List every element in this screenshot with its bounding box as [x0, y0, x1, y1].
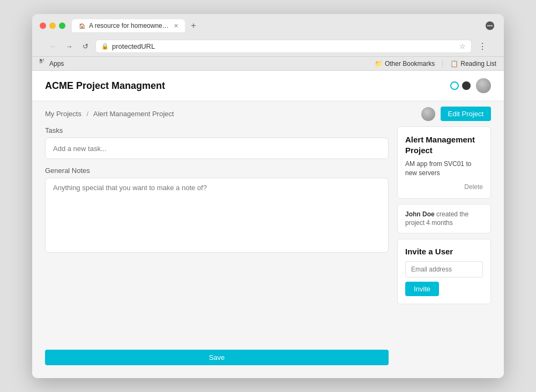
svg-rect-5 [40, 59, 41, 60]
tab-title: A resource for homeowners th... [89, 22, 169, 29]
svg-point-2 [489, 25, 490, 26]
notes-textarea-container [45, 178, 389, 344]
traffic-lights [40, 22, 65, 29]
back-button[interactable]: ← [47, 41, 59, 52]
user-avatar-breadcrumb[interactable] [421, 107, 435, 121]
invite-card: Invite a User Invite [397, 239, 491, 304]
breadcrumb-current: Alert Management Project [93, 110, 174, 118]
light-mode-icon [450, 81, 459, 90]
circle-more-icon [485, 21, 495, 31]
reading-list-icon: 📋 [450, 60, 458, 67]
svg-rect-11 [40, 62, 41, 63]
page-content: ACME Project Managment My Projects / Ale… [32, 71, 504, 378]
folder-icon: 📁 [375, 60, 383, 67]
app-header: ACME Project Managment [32, 71, 504, 101]
reload-button[interactable]: ↺ [79, 41, 91, 52]
email-input[interactable] [405, 261, 483, 277]
notes-section: General Notes Save [45, 167, 389, 365]
bookmarks-right: 📁 Other Bookmarks 📋 Reading List [375, 60, 496, 67]
tab-actions [483, 19, 496, 32]
notes-label: General Notes [45, 167, 389, 175]
right-panel: Alert Management Project AM app from SVC… [397, 126, 491, 365]
project-card-title: Alert Management Project [405, 134, 483, 155]
breadcrumb-actions: Edit Project [421, 107, 491, 121]
breadcrumb-bar: My Projects / Alert Management Project E… [32, 101, 504, 126]
close-window-button[interactable] [40, 22, 46, 29]
reading-list-item[interactable]: 📋 Reading List [450, 60, 496, 67]
delete-project-link[interactable]: Delete [405, 183, 483, 191]
url-bar[interactable]: 🔒 protectedURL ☆ [95, 40, 472, 53]
other-bookmarks-label: Other Bookmarks [385, 60, 435, 67]
svg-point-3 [491, 25, 492, 26]
forward-button[interactable]: → [63, 41, 75, 52]
browser-more-button[interactable] [483, 19, 496, 32]
tab-bar: 🏠 A resource for homeowners th... ✕ + [72, 19, 483, 32]
invite-button[interactable]: Invite [405, 282, 439, 296]
reading-list-label: Reading List [460, 60, 496, 67]
svg-rect-7 [43, 59, 44, 60]
maximize-window-button[interactable] [59, 22, 65, 29]
left-panel: Tasks General Notes Save [45, 126, 389, 365]
apps-label: Apps [49, 60, 64, 67]
tab-favicon-icon: 🏠 [78, 22, 86, 29]
title-bar: 🏠 A resource for homeowners th... ✕ + [32, 14, 504, 57]
address-bar-actions: ⋮ [476, 40, 489, 53]
user-avatar-header[interactable] [476, 78, 491, 93]
browser-menu-button[interactable]: ⋮ [476, 40, 489, 53]
project-card-description: AM app from SVC01 to new servers [405, 160, 483, 178]
svg-rect-9 [41, 61, 42, 62]
tasks-label: Tasks [45, 126, 389, 134]
url-text: protectedURL [112, 42, 456, 50]
new-tab-button[interactable]: + [187, 19, 200, 32]
invite-title: Invite a User [405, 247, 483, 256]
bookmarks-divider [442, 60, 443, 67]
main-layout: Tasks General Notes Save Alert [32, 126, 504, 378]
minimize-window-button[interactable] [49, 22, 56, 29]
lock-icon: 🔒 [101, 43, 109, 50]
edit-project-button[interactable]: Edit Project [441, 107, 491, 121]
save-button[interactable]: Save [45, 350, 389, 365]
header-controls [450, 78, 491, 93]
activity-time: 4 months [426, 219, 452, 227]
activity-card: John Doe created the project 4 months [397, 204, 491, 234]
tab-close-button[interactable]: ✕ [174, 22, 178, 29]
bookmarks-bar: Apps 📁 Other Bookmarks 📋 Reading List [32, 57, 504, 71]
activity-user: John Doe [405, 210, 435, 218]
breadcrumb-home[interactable]: My Projects [45, 110, 81, 118]
app-title: ACME Project Managment [45, 80, 165, 92]
svg-rect-8 [40, 61, 41, 62]
bookmarks-left: Apps [40, 59, 64, 68]
dark-mode-icon [462, 81, 471, 90]
task-input-container [45, 138, 389, 159]
svg-rect-12 [41, 62, 42, 63]
browser-tab-active[interactable]: 🏠 A resource for homeowners th... ✕ [72, 19, 185, 32]
apps-grid-icon [40, 59, 47, 68]
svg-rect-6 [41, 59, 42, 60]
breadcrumb: My Projects / Alert Management Project [45, 110, 174, 118]
svg-point-1 [487, 25, 488, 26]
bookmark-star-icon[interactable]: ☆ [459, 42, 466, 50]
project-card: Alert Management Project AM app from SVC… [397, 126, 491, 199]
tasks-section: Tasks [45, 126, 389, 159]
browser-window: 🏠 A resource for homeowners th... ✕ + [32, 14, 504, 378]
notes-textarea[interactable] [45, 178, 389, 253]
svg-rect-10 [43, 61, 44, 62]
breadcrumb-separator: / [87, 110, 89, 118]
address-bar: ← → ↺ 🔒 protectedURL ☆ ⋮ [40, 36, 496, 56]
task-input[interactable] [53, 145, 381, 153]
other-bookmarks-item[interactable]: 📁 Other Bookmarks [375, 60, 435, 67]
theme-toggle[interactable] [450, 81, 471, 90]
